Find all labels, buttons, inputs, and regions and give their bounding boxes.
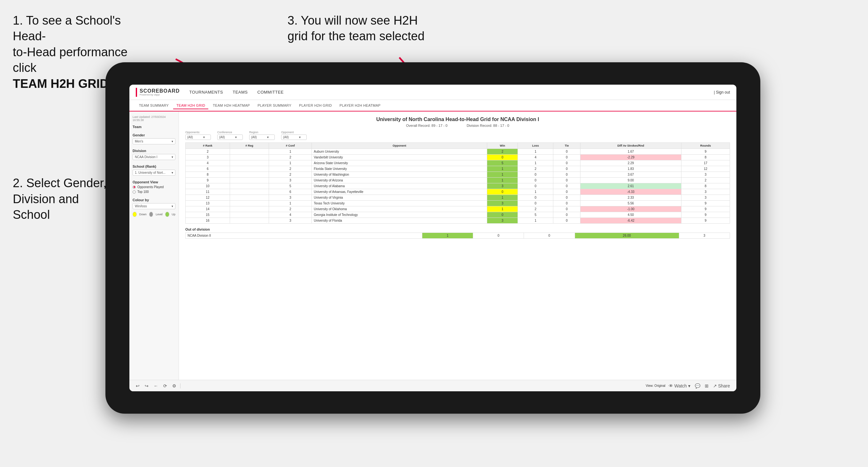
cell-rounds: 2: [681, 178, 730, 183]
colour-by-label: Colour by: [132, 198, 176, 202]
table-row: 3 2 Vanderbilt University 0 4 0 -2.29 8: [186, 155, 730, 160]
redo-button[interactable]: ↪: [144, 383, 150, 389]
region-select[interactable]: (All)▾: [249, 134, 275, 140]
table-row: 6 2 Florida State University 1 2 0 1.83 …: [186, 166, 730, 172]
opponent-select[interactable]: (All)▾: [281, 134, 307, 140]
division-select[interactable]: NCAA Division I ▾: [132, 154, 176, 160]
share-button[interactable]: ↗ Share: [712, 383, 731, 389]
table-row: 15 4 Georgia Institute of Technology 0 5…: [186, 212, 730, 218]
cell-win: 3: [487, 183, 518, 189]
tab-player-h2h-grid[interactable]: PLAYER H2H GRID: [296, 102, 335, 108]
cell-tie: 0: [553, 160, 580, 166]
tab-team-h2h-heatmap[interactable]: TEAM H2H HEATMAP: [210, 102, 253, 108]
gender-select[interactable]: Men's ▾: [132, 138, 176, 145]
cell-reg: [230, 172, 269, 178]
cell-rounds: 8: [681, 155, 730, 160]
tab-team-summary[interactable]: TEAM SUMMARY: [136, 102, 172, 108]
tab-player-summary[interactable]: PLAYER SUMMARY: [254, 102, 294, 108]
settings-button[interactable]: ⚙: [171, 383, 178, 389]
sidebar-division-section: Division NCAA Division I ▾: [132, 149, 176, 160]
watch-button[interactable]: 👁 Watch ▾: [668, 383, 692, 389]
sidebar-colour-section: Colour by Win/loss ▾ Down Level Up: [132, 198, 176, 217]
colour-up-label: Up: [172, 213, 176, 216]
tab-team-h2h-grid[interactable]: TEAM H2H GRID: [173, 102, 208, 109]
cell-loss: 2: [518, 166, 553, 172]
cell-reg: [230, 195, 269, 200]
cell-rank: 4: [186, 160, 230, 166]
cell-loss: 1: [518, 218, 553, 224]
table-row: 11 6 University of Arkansas, Fayettevill…: [186, 189, 730, 195]
cell-win: 3: [487, 218, 518, 224]
cell-rounds: 8: [681, 183, 730, 189]
cell-reg: [230, 218, 269, 224]
radio-opponents-played[interactable]: Opponents Played: [132, 185, 176, 189]
cell-diff: 4.50: [580, 212, 681, 218]
cell-diff: 1.67: [580, 149, 681, 155]
cell-tie: 0: [553, 155, 580, 160]
refresh-button[interactable]: ⟳: [162, 383, 168, 389]
cell-opponent: University of Oklahoma: [312, 206, 487, 212]
cell-rank: 3: [186, 155, 230, 160]
logo-bar: [136, 88, 137, 97]
cell-loss: 0: [518, 172, 553, 178]
tab-player-h2h-heatmap[interactable]: PLAYER H2H HEATMAP: [336, 102, 384, 108]
cell-rank: 8: [186, 172, 230, 178]
cell-loss: 0: [518, 183, 553, 189]
cell-diff: -1.00: [580, 206, 681, 212]
cell-win: 3: [487, 200, 518, 206]
cell-tie: 0: [553, 195, 580, 200]
cell-tie: 0: [553, 206, 580, 212]
ood-row: NCAA Division II 1 0 0 26.00 3: [186, 233, 730, 239]
toolbar-view-area: View: Original 👁 Watch ▾ 💬 ⊞ ↗ Share: [646, 383, 731, 389]
comment-button[interactable]: 💬: [693, 383, 702, 389]
out-of-division-table: NCAA Division II 1 0 0 26.00 3: [185, 232, 730, 239]
conference-label: Conference: [217, 131, 243, 134]
h2h-records: Overall Record: 89 - 17 - 0 Division Rec…: [185, 124, 730, 127]
data-area: University of North Carolina Head-to-Hea…: [179, 112, 736, 380]
nav-teams[interactable]: TEAMS: [232, 89, 248, 96]
col-tie: Tie: [553, 143, 580, 149]
nav-tournaments[interactable]: TOURNAMENTS: [189, 89, 223, 96]
back-button[interactable]: ←: [152, 383, 159, 389]
col-reg: # Reg: [230, 143, 269, 149]
cell-diff: 2.61: [580, 183, 681, 189]
cell-opponent: Auburn University: [312, 149, 487, 155]
bottom-toolbar: ↩ ↪ ← ⟳ ⚙ View: Original 👁 Watch ▾ 💬 ⊞ ↗…: [129, 380, 736, 391]
table-row: 8 2 University of Washington 1 0 0 3.67 …: [186, 172, 730, 178]
cell-rank: 2: [186, 149, 230, 155]
nav-committee[interactable]: COMMITTEE: [257, 89, 284, 96]
cell-win: 5: [487, 160, 518, 166]
table-row: 9 3 University of Arizona 1 0 0 9.00 2: [186, 178, 730, 183]
cell-conf: 3: [269, 218, 312, 224]
filter-conference: Conference (All)▾: [217, 131, 243, 140]
conference-select[interactable]: (All)▾: [217, 134, 243, 140]
colour-by-select[interactable]: Win/loss ▾: [132, 203, 176, 209]
cell-opponent: University of Virginia: [312, 195, 487, 200]
main-content: Last Updated: 27/03/2024 16:55:38 Team G…: [129, 112, 736, 380]
cell-win: 1: [487, 166, 518, 172]
sidebar-gender-section: Gender Men's ▾: [132, 133, 176, 145]
grid-button[interactable]: ⊞: [704, 383, 710, 389]
overall-record: Overall Record: 89 - 17 - 0: [406, 124, 447, 127]
view-label: View: Original: [646, 384, 665, 387]
cell-reg: [230, 189, 269, 195]
cell-rounds: 9: [681, 149, 730, 155]
cell-rank: 15: [186, 212, 230, 218]
division-record: Division Record: 88 - 17 - 0: [467, 124, 509, 127]
cell-tie: 0: [553, 183, 580, 189]
undo-button[interactable]: ↩: [134, 383, 141, 389]
radio-top100[interactable]: Top 100: [132, 190, 176, 193]
sign-out-link[interactable]: | Sign out: [714, 90, 730, 95]
cell-loss: 0: [518, 195, 553, 200]
division-label: Division: [132, 149, 176, 153]
opponent-view-label: Opponent View: [132, 180, 176, 184]
table-row: 10 5 University of Alabama 3 0 0 2.61 8: [186, 183, 730, 189]
region-label: Region: [249, 131, 275, 134]
cell-opponent: Georgia Institute of Technology: [312, 212, 487, 218]
cell-rounds: 12: [681, 166, 730, 172]
opponents-select[interactable]: (All)▾: [185, 134, 211, 140]
school-select[interactable]: 1. University of Nort... ▾: [132, 169, 176, 176]
cell-win: 1: [487, 206, 518, 212]
cell-diff: 3.67: [580, 172, 681, 178]
cell-conf: 4: [269, 212, 312, 218]
